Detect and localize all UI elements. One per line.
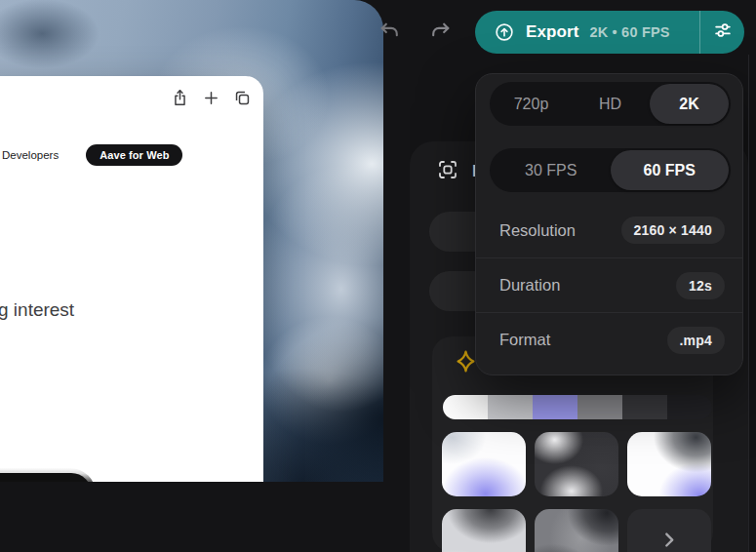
export-button[interactable]: Export 2K • 60 FPS <box>475 11 699 54</box>
export-button-group: Export 2K • 60 FPS <box>475 11 744 54</box>
background-thumbnail-white-purple[interactable] <box>627 432 711 496</box>
fps-segmented-control: 30 FPS 60 FPS <box>490 148 731 192</box>
background-thumbnail-gray-gradient[interactable] <box>535 509 618 552</box>
export-info-rows: Resolution 2160 × 1440 Duration 12s Form… <box>476 203 742 367</box>
format-row-label: Format <box>499 331 550 349</box>
phone-mockup <box>0 468 96 482</box>
export-button-label: Export <box>526 22 578 42</box>
chevron-right-icon <box>657 527 682 552</box>
browser-nav-row: Developers Aave for Web <box>2 144 182 166</box>
export-button-meta: 2K • 60 FPS <box>589 24 669 40</box>
fps-option-30[interactable]: 30 FPS <box>492 150 611 190</box>
swatch-charcoal[interactable] <box>667 395 712 419</box>
plus-icon <box>201 88 221 108</box>
export-upload-icon <box>494 21 515 43</box>
panel-edge-divider <box>748 55 749 552</box>
export-settings-button[interactable] <box>700 11 744 54</box>
nav-link-developers: Developers <box>2 149 59 161</box>
resolution-option-2k[interactable]: 2K <box>650 84 729 124</box>
resolution-option-hd[interactable]: HD <box>571 84 650 124</box>
background-thumbnail-purple-glow[interactable] <box>442 432 526 496</box>
swatch-light-gray[interactable] <box>488 395 533 419</box>
aave-for-web-button: Aave for Web <box>86 144 182 166</box>
swatch-gray[interactable] <box>577 395 622 419</box>
format-row: Format .mp4 <box>476 312 742 367</box>
duration-row-label: Duration <box>499 276 560 295</box>
body-text-fragment: g interest <box>0 299 74 321</box>
resolution-segmented-control: 720p HD 2K <box>490 82 731 126</box>
format-value-badge[interactable]: .mp4 <box>667 327 725 354</box>
sliders-icon <box>712 20 734 45</box>
swatch-white[interactable] <box>443 395 488 419</box>
undo-button[interactable] <box>375 15 404 46</box>
phone-mockup-screen <box>0 473 92 482</box>
share-icon <box>170 88 190 108</box>
browser-toolbar <box>170 88 253 108</box>
background-thumbnail-dark-light[interactable] <box>535 432 618 496</box>
resolution-row: Resolution 2160 × 1440 <box>476 203 742 257</box>
tabs-copy-icon <box>232 88 253 108</box>
duration-value-badge[interactable]: 12s <box>676 272 725 299</box>
export-settings-popover: 720p HD 2K 30 FPS 60 FPS Resolution 2160… <box>475 73 743 375</box>
background-thumbnail-gray-dark[interactable] <box>442 509 526 552</box>
canvas-preview: Developers Aave for Web g interest <box>0 0 383 482</box>
resolution-value-badge[interactable]: 2160 × 1440 <box>621 217 725 244</box>
resolution-option-720p[interactable]: 720p <box>492 84 571 124</box>
resolution-row-label: Resolution <box>499 221 576 240</box>
swatch-purple[interactable] <box>533 395 577 419</box>
swatch-dark-gray[interactable] <box>622 395 667 419</box>
duration-row: Duration 12s <box>476 257 742 312</box>
fps-option-60[interactable]: 60 FPS <box>611 150 730 190</box>
more-backgrounds-button[interactable] <box>627 509 711 552</box>
redo-button[interactable] <box>425 15 455 46</box>
color-swatch-strip <box>443 395 712 419</box>
browser-window-mockup: Developers Aave for Web g interest <box>0 76 263 482</box>
app-window: Developers Aave for Web g interest B <box>0 0 756 552</box>
frame-crop-icon <box>436 158 459 185</box>
